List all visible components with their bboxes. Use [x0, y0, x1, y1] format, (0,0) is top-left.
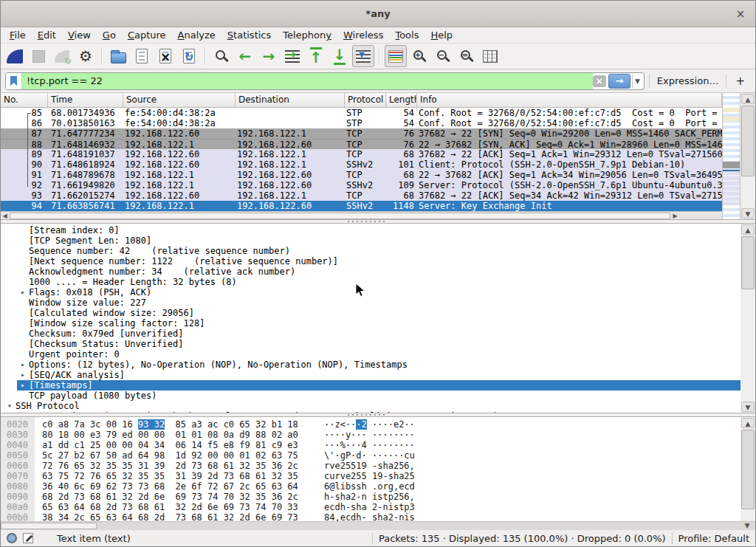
details-vscrollbar[interactable]: ▲ ▼ [740, 224, 755, 413]
column-header[interactable]: Time [48, 93, 123, 107]
expand-arrow-icon[interactable] [17, 391, 29, 401]
detail-line[interactable]: TCP payload (1080 bytes) [17, 391, 740, 401]
detail-line[interactable]: ▸[SEQ/ACK analysis] [17, 370, 740, 380]
hex-row[interactable]: 003080 18 00 e3 79 ed 00 00 01 01 08 0a … [1, 430, 740, 440]
table-row[interactable]: 8971.648191037192.168.122.60192.168.122.… [1, 149, 722, 159]
close-file-icon[interactable] [154, 45, 176, 67]
resize-columns-icon[interactable] [479, 45, 501, 67]
scroll-right-icon[interactable]: ▶ [671, 212, 679, 219]
menu-item[interactable]: Wireless [337, 28, 389, 42]
go-bottom-icon[interactable] [329, 45, 351, 67]
expand-arrow-icon[interactable] [17, 339, 29, 349]
expand-arrow-icon[interactable] [17, 297, 29, 308]
hex-row[interactable]: 00b038 34 2c 65 63 64 68 2d 73 68 61 32 … [1, 512, 740, 521]
table-row[interactable]: 8871.648146932192.168.122.1192.168.122.6… [1, 139, 722, 149]
expand-arrow-icon[interactable]: ▸ [17, 411, 29, 413]
column-header[interactable]: Length [386, 93, 417, 107]
filter-field[interactable]: !tcp.port == 22 [22, 73, 593, 89]
column-header[interactable]: Destination [236, 93, 345, 107]
expand-arrow-icon[interactable] [17, 308, 29, 318]
hex-row[interactable]: 00505c 27 b2 67 50 ad 64 98 1d 92 00 00 … [1, 450, 740, 461]
pane-splitter[interactable] [1, 413, 755, 416]
zoom-out-icon[interactable] [432, 45, 454, 67]
expand-arrow-icon[interactable] [17, 318, 29, 328]
table-row[interactable]: 9071.648618924192.168.122.60192.168.122.… [1, 159, 722, 170]
detail-line[interactable]: ▸Options: (12 bytes), No-Operation (NOP)… [17, 359, 740, 370]
profile-button[interactable]: Profile: Default [678, 533, 749, 544]
table-row[interactable]: 8771.647777234192.168.122.60192.168.122.… [1, 128, 722, 139]
restart-capture-icon[interactable] [51, 45, 73, 67]
menu-item[interactable]: Edit [32, 28, 62, 42]
expand-arrow-icon[interactable] [17, 256, 29, 266]
expand-arrow-icon[interactable]: ▸ [17, 380, 29, 391]
intelligent-scrollbar[interactable] [723, 93, 740, 219]
hex-vscrollbar[interactable]: ▲ [740, 417, 755, 521]
expert-info-icon[interactable] [7, 533, 17, 543]
expand-arrow-icon[interactable]: ▾ [4, 401, 16, 411]
detail-line[interactable]: Sequence number: 42 (relative sequence n… [17, 246, 740, 256]
hex-row[interactable]: 008036 40 6c 69 62 73 73 68 2e 6f 72 67 … [1, 481, 740, 492]
detail-line[interactable]: [Window size scaling factor: 128] [17, 318, 740, 328]
go-forward-icon[interactable] [258, 45, 280, 67]
filter-apply-icon[interactable]: → [608, 74, 630, 89]
detail-line[interactable]: Checksum: 0x79ed [unverified] [17, 328, 740, 339]
column-header[interactable]: No. [1, 93, 48, 107]
column-header[interactable]: Info [417, 93, 722, 107]
expand-arrow-icon[interactable]: ▸ [17, 359, 29, 370]
scroll-down-icon[interactable]: ▼ [741, 402, 755, 412]
add-filter-button[interactable]: + [731, 75, 749, 88]
scroll-up-icon[interactable]: ▲ [741, 418, 755, 428]
detail-line[interactable]: [Calculated window size: 29056] [17, 308, 740, 318]
hscroll-thumb[interactable] [10, 213, 670, 219]
detail-line[interactable]: [TCP Segment Len: 1080] [17, 235, 740, 246]
column-header[interactable]: Protocol [345, 93, 386, 107]
table-row[interactable]: 9171.648789678192.168.122.1192.168.122.6… [1, 170, 722, 180]
zoom-reset-icon[interactable] [456, 45, 478, 67]
detail-line[interactable]: ▸Flags: 0x018 (PSH, ACK) [17, 287, 740, 297]
find-packet-icon[interactable] [210, 45, 233, 67]
menu-item[interactable]: Statistics [221, 28, 277, 42]
filter-dropdown-icon[interactable]: ▼ [632, 74, 642, 89]
go-to-packet-icon[interactable] [281, 45, 303, 67]
go-back-icon[interactable] [234, 45, 256, 67]
packet-list-hscrollbar[interactable]: ◀ ▶ [1, 211, 722, 219]
hex-row[interactable]: 009068 2d 73 68 61 32 2d 6e 69 73 74 70 … [1, 492, 740, 502]
scroll-down-icon[interactable]: ▼ [741, 208, 755, 219]
menu-item[interactable]: Go [97, 28, 122, 42]
capture-options-icon[interactable] [75, 45, 97, 67]
close-icon[interactable]: × [733, 7, 748, 21]
detail-line[interactable]: 1000 .... = Header Length: 32 bytes (8) [17, 277, 740, 287]
pane-splitter[interactable] [1, 220, 755, 223]
detail-line[interactable]: ▾SSH Protocol [1, 401, 740, 411]
scroll-up-icon[interactable]: ▲ [741, 94, 755, 104]
expand-arrow-icon[interactable] [17, 277, 29, 287]
hex-hscrollbar[interactable]: ▼ [1, 521, 755, 530]
detail-line[interactable]: ▸SSH Version 2 (encryption:chacha20-poly… [17, 411, 740, 413]
table-row[interactable]: 9271.661949820192.168.122.1192.168.122.6… [1, 180, 722, 190]
table-row[interactable]: 9471.663856741192.168.122.1192.168.122.6… [1, 201, 722, 211]
expand-arrow-icon[interactable]: ▸ [17, 370, 29, 380]
reload-file-icon[interactable] [178, 45, 200, 67]
capture-comment-icon[interactable] [23, 533, 33, 543]
zoom-in-icon[interactable] [408, 45, 430, 67]
separator[interactable] [376, 45, 383, 67]
menu-item[interactable]: File [4, 28, 32, 42]
menu-item[interactable]: Capture [122, 28, 172, 42]
detail-line[interactable]: [Next sequence number: 1122 (relative se… [17, 256, 740, 266]
hex-row[interactable]: 00a065 63 64 68 2d 73 68 61 32 2d 6e 69 … [1, 502, 740, 512]
column-header[interactable]: Source [123, 93, 236, 107]
scroll-up-icon[interactable]: ▲ [741, 224, 755, 235]
menu-item[interactable]: Tools [389, 28, 425, 42]
detail-line[interactable]: Acknowledgment number: 34 (relative ack … [17, 266, 740, 277]
title-bar[interactable]: *any × [1, 1, 755, 27]
vscroll-thumb[interactable] [741, 236, 755, 289]
start-capture-icon[interactable] [4, 45, 26, 67]
hex-row[interactable]: 0040a1 dd c1 25 00 00 04 34 06 14 f5 e8 … [1, 440, 740, 450]
hex-row[interactable]: 006072 76 65 32 35 35 31 39 2d 73 68 61 … [1, 461, 740, 471]
hex-row[interactable]: 0020c0 a8 7a 3c 00 16 93 32 85 a3 ac c0 … [1, 419, 740, 430]
expand-arrow-icon[interactable] [17, 349, 29, 359]
filter-bookmark-button[interactable] [6, 73, 22, 89]
separator[interactable] [98, 45, 106, 67]
menu-item[interactable]: Help [425, 28, 458, 42]
detail-line[interactable]: ▸[Timestamps] [17, 380, 740, 391]
